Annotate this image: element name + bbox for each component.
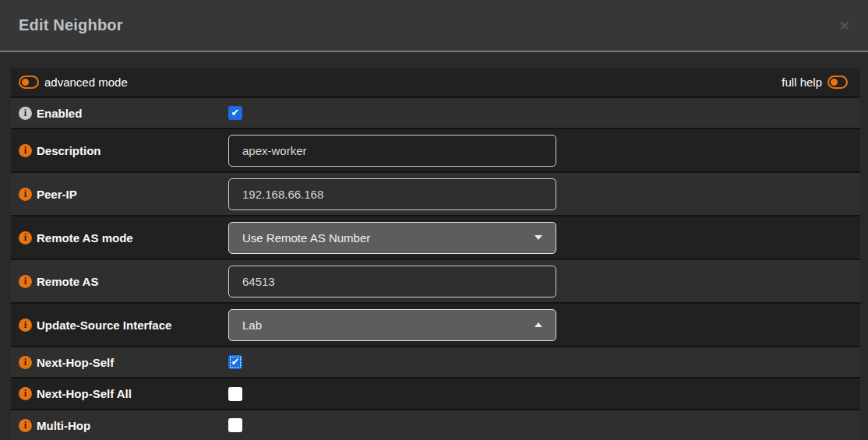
advanced-mode-control[interactable]: advanced mode xyxy=(19,76,128,89)
multi-hop-checkbox[interactable]: ✔ xyxy=(228,418,242,432)
remote-as-mode-selected-value: Use Remote AS Number xyxy=(242,231,370,245)
info-icon[interactable]: i xyxy=(19,188,32,201)
modal-header: Edit Neighbor × xyxy=(0,0,868,52)
info-icon[interactable]: i xyxy=(19,275,32,288)
form-row-update-source-interface: i Update-Source Interface Lab xyxy=(11,302,860,346)
info-icon[interactable]: i xyxy=(19,231,32,245)
check-icon: ✔ xyxy=(231,107,240,118)
field-label-description: Description xyxy=(37,144,101,157)
advanced-mode-toggle-icon[interactable] xyxy=(19,76,39,89)
info-icon[interactable]: i xyxy=(19,319,32,332)
full-help-label: full help xyxy=(782,76,822,89)
field-label-remote-as-mode: Remote AS mode xyxy=(37,231,133,245)
edit-neighbor-modal: Edit Neighbor × advanced mode full help … xyxy=(0,0,868,440)
full-help-control[interactable]: full help xyxy=(782,76,848,89)
info-icon[interactable]: i xyxy=(19,356,32,369)
caret-down-icon xyxy=(535,235,542,240)
field-label-peer-ip: Peer-IP xyxy=(37,188,77,201)
neighbor-form: advanced mode full help i Enabled ✔ xyxy=(11,68,860,440)
peer-ip-input[interactable] xyxy=(228,178,556,210)
next-hop-self-checkbox[interactable]: ✔ xyxy=(228,355,242,369)
form-row-description: i Description xyxy=(11,128,860,171)
caret-up-icon xyxy=(535,322,542,327)
field-label-update-source-interface: Update-Source Interface xyxy=(37,319,171,332)
info-icon[interactable]: i xyxy=(19,107,32,120)
advanced-mode-label: advanced mode xyxy=(44,76,128,89)
full-help-toggle-icon[interactable] xyxy=(827,76,848,89)
check-icon: ✔ xyxy=(231,357,240,367)
form-row-next-hop-self: i Next-Hop-Self ✔ xyxy=(11,346,860,377)
form-row-remote-as: i Remote AS xyxy=(11,259,860,302)
form-row-enabled: i Enabled ✔ xyxy=(11,97,860,128)
page-title: Edit Neighbor xyxy=(19,16,123,34)
form-row-multi-hop: i Multi-Hop ✔ xyxy=(11,409,860,440)
form-row-next-hop-self-all: i Next-Hop-Self All ✔ xyxy=(11,377,860,409)
close-icon[interactable]: × xyxy=(837,16,852,35)
field-label-enabled: Enabled xyxy=(37,107,82,120)
remote-as-input[interactable] xyxy=(228,266,556,297)
form-row-peer-ip: i Peer-IP xyxy=(11,171,860,215)
info-icon[interactable]: i xyxy=(19,144,32,157)
form-row-remote-as-mode: i Remote AS mode Use Remote AS Number xyxy=(11,215,860,259)
field-label-next-hop-self-all: Next-Hop-Self All xyxy=(37,387,132,400)
field-label-multi-hop: Multi-Hop xyxy=(37,419,90,432)
modal-body: advanced mode full help i Enabled ✔ xyxy=(0,52,868,440)
info-icon[interactable]: i xyxy=(19,419,32,432)
field-label-next-hop-self: Next-Hop-Self xyxy=(37,356,114,369)
field-label-remote-as: Remote AS xyxy=(37,275,98,288)
remote-as-mode-select[interactable]: Use Remote AS Number xyxy=(228,222,556,254)
update-source-interface-select[interactable]: Lab xyxy=(228,309,556,341)
info-icon[interactable]: i xyxy=(19,387,32,400)
description-input[interactable] xyxy=(228,135,556,167)
next-hop-self-all-checkbox[interactable]: ✔ xyxy=(228,387,242,401)
enabled-checkbox[interactable]: ✔ xyxy=(228,106,242,120)
toolbar-row: advanced mode full help xyxy=(11,68,860,97)
update-source-selected-value: Lab xyxy=(242,319,262,332)
